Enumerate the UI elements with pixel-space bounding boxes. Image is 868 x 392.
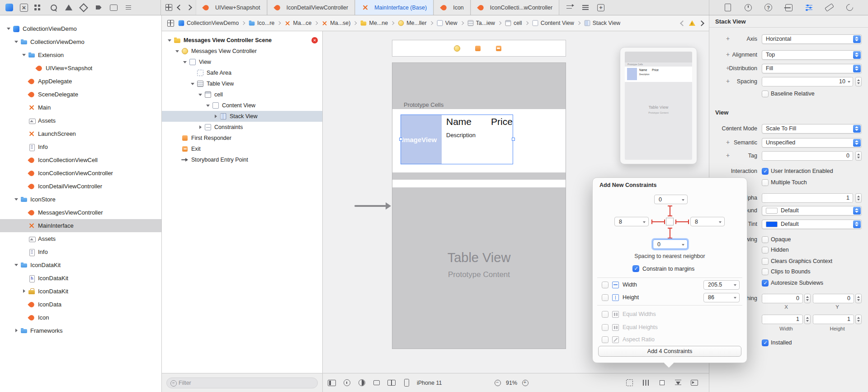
- filter-input[interactable]: [179, 380, 317, 386]
- tag-icon[interactable]: [94, 3, 103, 12]
- width-checkbox[interactable]: [602, 282, 609, 288]
- navigator-row[interactable]: LaunchScreen: [0, 127, 161, 140]
- disclosure-chevron[interactable]: [22, 236, 27, 241]
- outline-row[interactable]: Exit: [162, 143, 322, 154]
- navigator-row[interactable]: UIView+Snapshot: [0, 62, 161, 75]
- zoom-level[interactable]: 91%: [506, 380, 517, 386]
- height-value-select[interactable]: 86: [703, 293, 740, 302]
- size-inspector-icon[interactable]: [825, 3, 834, 12]
- storyboard-entry-point-arrow[interactable]: [354, 205, 386, 207]
- next-issue-icon[interactable]: [698, 20, 704, 26]
- update-frames-icon[interactable]: [625, 378, 634, 387]
- outline-toggle-icon[interactable]: [327, 378, 336, 387]
- alpha-field[interactable]: 1: [762, 193, 853, 203]
- add-variation-icon[interactable]: [725, 125, 731, 131]
- warning-badge-icon[interactable]: [689, 20, 695, 26]
- disclosure-chevron[interactable]: [29, 66, 34, 71]
- outline-row[interactable]: Storyboard Entry Point: [162, 154, 322, 165]
- embed-icon[interactable]: [690, 378, 699, 387]
- navigator-row[interactable]: IconDataKit: [0, 258, 161, 272]
- disclosure-chevron[interactable]: [6, 26, 11, 31]
- multiple-touch-checkbox[interactable]: [762, 179, 769, 186]
- bottom-spacing-select[interactable]: 0: [653, 239, 688, 249]
- tab-overview-icon[interactable]: [165, 4, 172, 11]
- file-inspector-icon[interactable]: [723, 3, 732, 12]
- disclosure-chevron[interactable]: [213, 114, 218, 119]
- content-mode-popup[interactable]: Scale To Fill: [762, 124, 862, 134]
- leading-spacing-select[interactable]: 8: [614, 217, 649, 226]
- disclosure-chevron[interactable]: [22, 289, 27, 294]
- stretching-height-stepper[interactable]: [855, 315, 862, 324]
- outline-row[interactable]: Messages View Controller: [162, 46, 322, 57]
- navigator-row[interactable]: Assets: [0, 114, 161, 127]
- navigator-row[interactable]: MessagesViewController: [0, 206, 161, 219]
- opaque-checkbox[interactable]: [762, 236, 769, 243]
- navigator-row[interactable]: IconCollectionViewCell: [0, 153, 161, 167]
- navigator-row[interactable]: Info: [0, 245, 161, 258]
- help-inspector-icon[interactable]: [764, 3, 773, 12]
- disclosure-chevron[interactable]: [14, 197, 19, 202]
- disclosure-chevron[interactable]: [22, 249, 27, 254]
- leading-constraint-beam[interactable]: [651, 221, 665, 222]
- device-info-icon[interactable]: [342, 378, 351, 387]
- navigator-row[interactable]: IconData: [0, 298, 161, 311]
- editor-tab[interactable]: UIView+Snapshot: [196, 0, 267, 15]
- disclosure-chevron[interactable]: [22, 276, 27, 281]
- outline-row[interactable]: Content View: [162, 100, 322, 111]
- height-checkbox[interactable]: [602, 294, 609, 301]
- navigator-row[interactable]: Extension: [0, 48, 161, 62]
- aspect-ratio-checkbox[interactable]: [602, 336, 609, 343]
- disclosure-chevron[interactable]: [206, 103, 211, 108]
- disclosure-chevron[interactable]: [22, 144, 27, 149]
- editor-options-icon[interactable]: [581, 3, 590, 12]
- navigator-row[interactable]: IconDataKit: [0, 285, 161, 298]
- console-icon[interactable]: [109, 3, 118, 12]
- stack-view-selection[interactable]: [401, 115, 513, 164]
- disclosure-chevron[interactable]: [190, 81, 195, 86]
- constrain-margins-checkbox[interactable]: [632, 265, 639, 272]
- first-responder-icon[interactable]: [474, 45, 481, 52]
- close-box-icon[interactable]: [19, 3, 28, 12]
- alpha-stepper[interactable]: [855, 193, 862, 203]
- background-popup[interactable]: Default: [762, 206, 862, 215]
- breadcrumb-item[interactable]: Content View: [532, 19, 584, 27]
- navigator-row[interactable]: MainInterface: [0, 219, 161, 232]
- stretching-x-field[interactable]: 0: [762, 294, 803, 303]
- alignment-popup[interactable]: Top: [762, 50, 862, 60]
- navigator-row[interactable]: Main: [0, 101, 161, 114]
- navigator-row[interactable]: CollectionViewDemo: [0, 22, 161, 35]
- back-chevron-icon[interactable]: [177, 5, 183, 10]
- tint-popup[interactable]: Default: [762, 220, 862, 229]
- add-variation-icon[interactable]: [725, 65, 731, 71]
- disclosure-chevron[interactable]: [22, 184, 27, 189]
- disclosure-chevron[interactable]: [22, 105, 27, 110]
- disclosure-chevron[interactable]: [22, 79, 27, 84]
- equal-widths-checkbox[interactable]: [602, 311, 609, 318]
- disclosure-chevron[interactable]: [175, 136, 180, 141]
- disclosure-chevron[interactable]: [22, 131, 27, 136]
- disclosure-chevron[interactable]: [22, 171, 27, 176]
- navigator-row[interactable]: IconDetailViewController: [0, 180, 161, 193]
- resize-handle-left[interactable]: [399, 138, 402, 141]
- attributes-inspector-icon[interactable]: [804, 3, 813, 12]
- navigator-row[interactable]: Info: [0, 140, 161, 153]
- disclosure-chevron[interactable]: [190, 71, 195, 76]
- navigator-row[interactable]: CollectionViewDemo: [0, 35, 161, 48]
- forward-chevron-icon[interactable]: [186, 5, 192, 10]
- adaptation-icon[interactable]: [387, 378, 396, 387]
- previous-issue-icon[interactable]: [680, 20, 686, 26]
- disclosure-chevron[interactable]: [14, 328, 19, 333]
- add-variation-icon[interactable]: [725, 78, 731, 84]
- installed-checkbox[interactable]: [762, 339, 769, 346]
- breadcrumb-item[interactable]: View: [436, 19, 467, 27]
- bottom-constraint-beam[interactable]: [670, 228, 670, 239]
- resize-handle-right[interactable]: [512, 138, 515, 141]
- disclosure-chevron[interactable]: [183, 60, 188, 65]
- navigator-row[interactable]: AppDelegate: [0, 75, 161, 88]
- app-icon[interactable]: [5, 3, 14, 12]
- library-icon[interactable]: [784, 3, 793, 12]
- clears-graphics-checkbox[interactable]: [762, 258, 769, 265]
- align-icon[interactable]: [641, 378, 650, 387]
- autoresize-checkbox[interactable]: [762, 280, 769, 287]
- connections-inspector-icon[interactable]: [845, 3, 854, 12]
